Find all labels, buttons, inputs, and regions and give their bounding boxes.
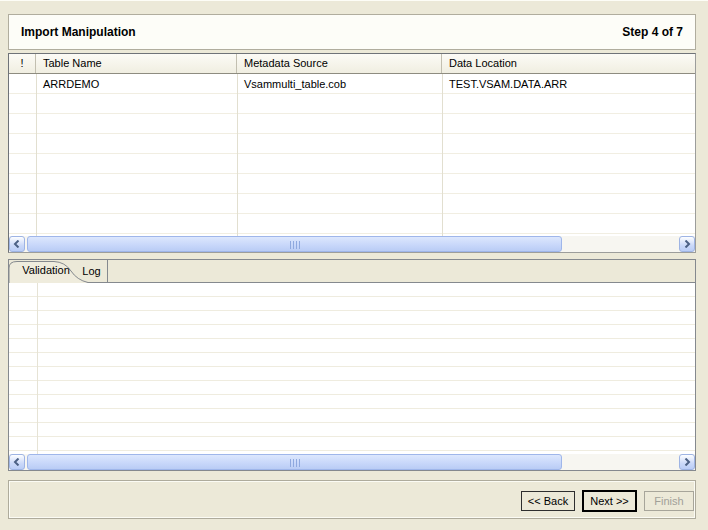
finish-button: Finish bbox=[644, 491, 694, 511]
table-row[interactable]: ARRDEMO Vsammulti_table.cob TEST.VSAM.DA… bbox=[9, 74, 695, 94]
chevron-right-icon bbox=[683, 458, 691, 466]
grid-horizontal-scrollbar[interactable] bbox=[9, 236, 695, 252]
cell-table-name: ARRDEMO bbox=[36, 74, 237, 94]
validation-panel bbox=[9, 283, 695, 454]
back-button[interactable]: << Back bbox=[521, 491, 575, 511]
grid-column-separator bbox=[442, 74, 443, 236]
scrollbar-grip-icon bbox=[289, 241, 300, 249]
panel-column-separator bbox=[37, 283, 38, 454]
cell-flag bbox=[9, 74, 36, 94]
scroll-right-button[interactable] bbox=[679, 236, 695, 252]
grid-column-separator bbox=[237, 74, 238, 236]
wizard-button-bar: << Back Next >> Finish bbox=[8, 480, 696, 519]
chevron-left-icon bbox=[13, 240, 21, 248]
page-title: Import Manipulation bbox=[21, 25, 136, 39]
cell-metadata-source: Vsammulti_table.cob bbox=[237, 74, 442, 94]
scrollbar-grip-icon bbox=[289, 459, 300, 467]
scroll-left-button[interactable] bbox=[9, 454, 25, 470]
chevron-right-icon bbox=[683, 240, 691, 248]
wizard-header-band: Import Manipulation Step 4 of 7 bbox=[8, 14, 696, 50]
chevron-left-icon bbox=[13, 458, 21, 466]
tab-validation[interactable]: Validation bbox=[17, 264, 75, 276]
message-tab-folder: Validation Log bbox=[8, 259, 696, 471]
tab-bar: Validation Log bbox=[9, 260, 695, 283]
wizard-dialog: Import Manipulation Step 4 of 7 ! Table … bbox=[0, 0, 708, 530]
column-header-table-name[interactable]: Table Name bbox=[36, 54, 237, 73]
scrollbar-thumb[interactable] bbox=[27, 236, 562, 252]
column-header-flag[interactable]: ! bbox=[9, 54, 36, 73]
column-header-metadata-source[interactable]: Metadata Source bbox=[237, 54, 442, 73]
panel-horizontal-scrollbar[interactable] bbox=[9, 454, 695, 470]
grid-body: ARRDEMO Vsammulti_table.cob TEST.VSAM.DA… bbox=[9, 74, 695, 236]
scrollbar-track[interactable] bbox=[25, 236, 679, 252]
grid-header-row: ! Table Name Metadata Source Data Locati… bbox=[9, 54, 695, 74]
step-indicator: Step 4 of 7 bbox=[622, 25, 683, 39]
scrollbar-thumb[interactable] bbox=[27, 454, 562, 470]
cell-data-location: TEST.VSAM.DATA.ARR bbox=[442, 74, 695, 94]
scroll-left-button[interactable] bbox=[9, 236, 25, 252]
import-tables-grid: ! Table Name Metadata Source Data Locati… bbox=[8, 53, 696, 253]
next-button[interactable]: Next >> bbox=[582, 490, 637, 512]
tab-log[interactable]: Log bbox=[76, 260, 108, 283]
scrollbar-track[interactable] bbox=[25, 454, 679, 470]
column-header-data-location[interactable]: Data Location bbox=[442, 54, 695, 73]
grid-column-separator bbox=[36, 74, 37, 236]
scroll-right-button[interactable] bbox=[679, 454, 695, 470]
